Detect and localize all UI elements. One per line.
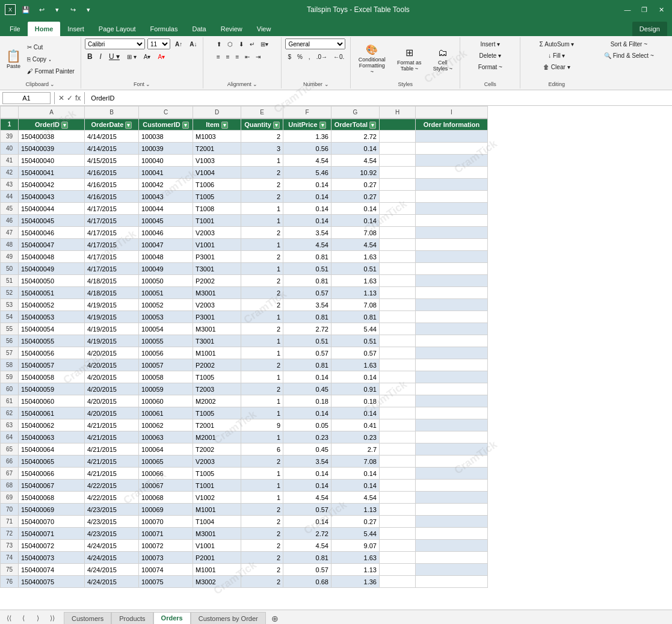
add-sheet-button[interactable]: ⊕ xyxy=(268,612,282,625)
cell-styles-button[interactable]: 🗂 Cell Styles ~ xyxy=(429,43,456,76)
cell-r59-c6[interactable]: 0.14 xyxy=(331,371,380,383)
cell-r56-c2[interactable]: 100055 xyxy=(139,335,193,347)
cell-r39-c2[interactable]: 100038 xyxy=(139,131,193,143)
cell-r45-c2[interactable]: 100044 xyxy=(139,203,193,215)
cell-r50-c8[interactable] xyxy=(416,263,488,275)
cell-r74-c8[interactable] xyxy=(416,552,488,564)
cell-r68-c1[interactable]: 4/22/2015 xyxy=(85,480,139,492)
comma-button[interactable]: , xyxy=(306,51,313,62)
cell-r63-c3[interactable]: T2001 xyxy=(193,419,241,431)
col-orderdate[interactable]: OrderDate ▾ xyxy=(85,119,139,131)
cell-r56-c0[interactable]: 150400055 xyxy=(19,335,85,347)
cell-r70-c5[interactable]: 0.57 xyxy=(283,504,331,516)
cell-r60-c2[interactable]: 100059 xyxy=(139,383,193,395)
cell-r40-c4[interactable]: 3 xyxy=(241,143,283,155)
cell-r65-c4[interactable]: 6 xyxy=(241,443,283,456)
cell-r47-c2[interactable]: 100046 xyxy=(139,227,193,239)
cell-r45-c0[interactable]: 150400044 xyxy=(19,203,85,215)
cell-r62-c1[interactable]: 4/20/2015 xyxy=(85,407,139,419)
paste-button[interactable]: 📋 Paste xyxy=(4,43,23,76)
cell-r61-c0[interactable]: 150400060 xyxy=(19,395,85,407)
cell-r70-c1[interactable]: 4/23/2015 xyxy=(85,504,139,516)
orderdate-filter[interactable]: ▾ xyxy=(125,122,132,129)
col-item[interactable]: Item ▾ xyxy=(193,119,241,131)
cell-r72-c5[interactable]: 2.72 xyxy=(283,528,331,540)
sheet-nav-next[interactable]: ⟩ xyxy=(31,612,45,625)
cell-r76-c7[interactable] xyxy=(380,576,416,588)
increase-font-button[interactable]: A↑ xyxy=(173,39,185,49)
format-button[interactable]: Format ~ xyxy=(476,61,505,72)
cell-r42-c6[interactable]: 10.92 xyxy=(331,167,380,179)
merge-button[interactable]: ⊞▾ xyxy=(258,39,271,49)
cell-r64-c5[interactable]: 0.23 xyxy=(283,431,331,443)
cell-r71-c7[interactable] xyxy=(380,516,416,528)
col-unitprice[interactable]: UnitPrice ▾ xyxy=(283,119,331,131)
cell-r71-c6[interactable]: 0.27 xyxy=(331,516,380,528)
col-header-I[interactable]: I xyxy=(416,107,488,119)
cell-r61-c2[interactable]: 100060 xyxy=(139,395,193,407)
cell-r47-c3[interactable]: V2003 xyxy=(193,227,241,239)
top-align-button[interactable]: ⬆ xyxy=(214,39,224,49)
cell-r62-c7[interactable] xyxy=(380,407,416,419)
cell-r53-c1[interactable]: 4/19/2015 xyxy=(85,299,139,311)
cell-r69-c0[interactable]: 150400068 xyxy=(19,492,85,504)
cell-r60-c8[interactable] xyxy=(416,383,488,395)
customize-qat[interactable]: ▾ xyxy=(82,3,95,16)
cell-r47-c8[interactable] xyxy=(416,227,488,239)
cell-r46-c3[interactable]: T1001 xyxy=(193,215,241,227)
cell-r65-c3[interactable]: T2002 xyxy=(193,443,241,456)
cell-r65-c6[interactable]: 2.7 xyxy=(331,443,380,456)
cell-r64-c4[interactable]: 1 xyxy=(241,431,283,443)
cell-r48-c2[interactable]: 100047 xyxy=(139,239,193,251)
cell-r68-c6[interactable]: 0.14 xyxy=(331,480,380,492)
cell-r43-c2[interactable]: 100042 xyxy=(139,179,193,191)
spreadsheet-container[interactable]: A B C D E F G H I 1 OrderID ▾ OrderDate … xyxy=(0,106,672,610)
cell-r54-c3[interactable]: P3001 xyxy=(193,311,241,323)
cell-r64-c7[interactable] xyxy=(380,431,416,443)
cell-r72-c8[interactable] xyxy=(416,528,488,540)
col-quantity[interactable]: Quantity ▾ xyxy=(241,119,283,131)
cell-r50-c6[interactable]: 0.51 xyxy=(331,263,380,275)
minimize-button[interactable]: — xyxy=(621,4,633,16)
cell-r70-c8[interactable] xyxy=(416,504,488,516)
cell-r67-c1[interactable]: 4/21/2015 xyxy=(85,468,139,480)
right-align-button[interactable]: ≡ xyxy=(233,51,242,62)
cell-r60-c1[interactable]: 4/20/2015 xyxy=(85,383,139,395)
col-header-D[interactable]: D xyxy=(193,107,241,119)
decrease-decimal-button[interactable]: ←0. xyxy=(331,51,347,62)
cell-r52-c6[interactable]: 1.13 xyxy=(331,287,380,299)
format-painter-button[interactable]: 🖌 Format Painter xyxy=(25,66,77,77)
cell-r65-c0[interactable]: 150400064 xyxy=(19,443,85,456)
decrease-font-button[interactable]: A↓ xyxy=(187,39,199,49)
cell-r70-c6[interactable]: 1.13 xyxy=(331,504,380,516)
cell-r53-c5[interactable]: 3.54 xyxy=(283,299,331,311)
cell-r76-c3[interactable]: M3002 xyxy=(193,576,241,588)
cell-r48-c5[interactable]: 4.54 xyxy=(283,239,331,251)
cell-r60-c6[interactable]: 0.91 xyxy=(331,383,380,395)
cell-r48-c6[interactable]: 4.54 xyxy=(331,239,380,251)
insert-function-icon[interactable]: fx xyxy=(75,94,81,102)
cell-r51-c5[interactable]: 0.81 xyxy=(283,275,331,287)
cell-r52-c5[interactable]: 0.57 xyxy=(283,287,331,299)
cell-r51-c4[interactable]: 2 xyxy=(241,275,283,287)
cell-r59-c8[interactable] xyxy=(416,371,488,383)
font-color-button[interactable]: A▾ xyxy=(155,51,167,62)
cell-r66-c4[interactable]: 2 xyxy=(241,456,283,468)
cell-r71-c2[interactable]: 100070 xyxy=(139,516,193,528)
cell-r54-c7[interactable] xyxy=(380,311,416,323)
cell-r75-c2[interactable]: 100074 xyxy=(139,564,193,576)
col-header-G[interactable]: G xyxy=(331,107,380,119)
cell-r67-c3[interactable]: T1005 xyxy=(193,468,241,480)
conditional-formatting-button[interactable]: 🎨 Conditional Formatting ~ xyxy=(354,43,389,76)
cell-r65-c7[interactable] xyxy=(380,443,416,456)
cell-r73-c8[interactable] xyxy=(416,540,488,552)
cell-r62-c5[interactable]: 0.14 xyxy=(283,407,331,419)
cell-r54-c2[interactable]: 100053 xyxy=(139,311,193,323)
quantity-filter[interactable]: ▾ xyxy=(273,122,280,129)
cell-r54-c8[interactable] xyxy=(416,311,488,323)
cell-r57-c8[interactable] xyxy=(416,347,488,359)
cell-r46-c0[interactable]: 150400045 xyxy=(19,215,85,227)
cell-r52-c7[interactable] xyxy=(380,287,416,299)
cell-r72-c1[interactable]: 4/23/2015 xyxy=(85,528,139,540)
fill-color-button[interactable]: A▾ xyxy=(141,51,153,62)
